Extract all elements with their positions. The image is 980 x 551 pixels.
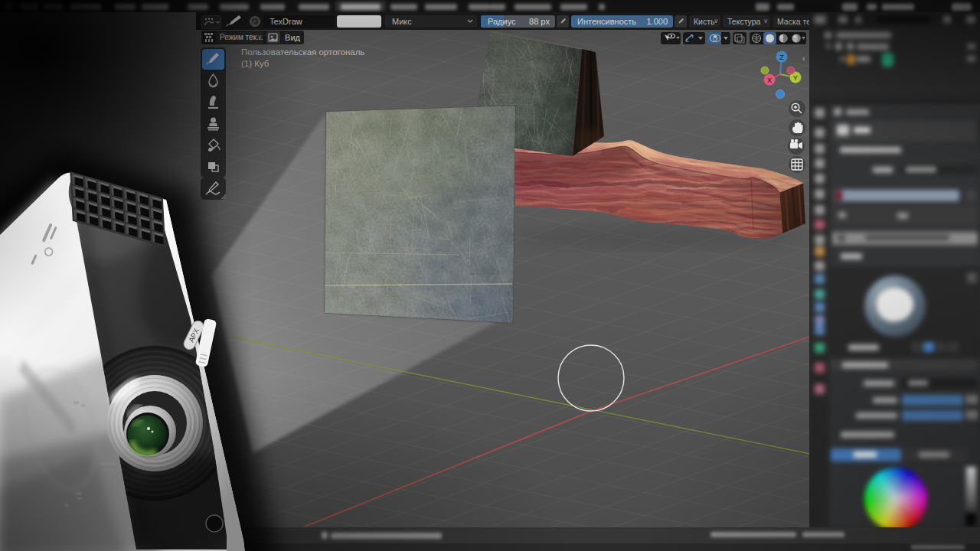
- svg-text:X: X: [767, 77, 772, 84]
- svg-text:‹: ‹: [802, 54, 805, 63]
- svg-text:Y: Y: [793, 74, 798, 82]
- svg-text:Z: Z: [779, 54, 784, 61]
